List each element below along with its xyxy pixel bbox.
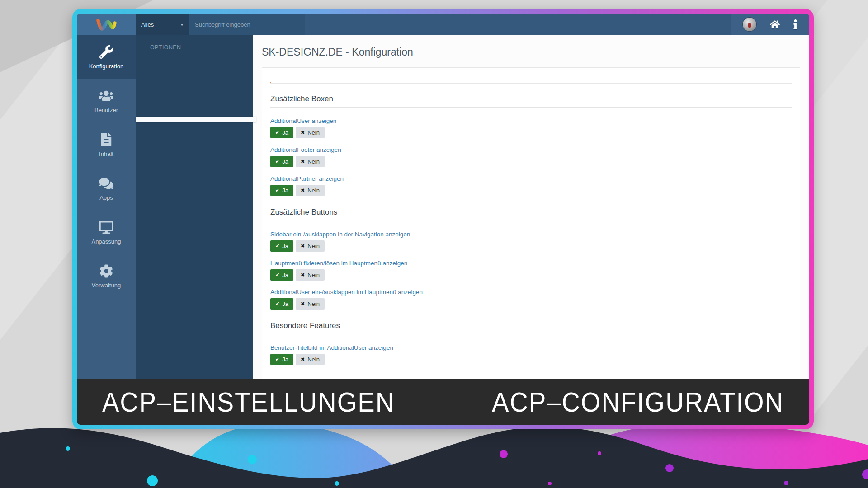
home-icon[interactable]: [770, 20, 780, 29]
option-label-link[interactable]: AdditionalUser ein-/ausklappen im Hauptm…: [270, 289, 423, 296]
menu-item[interactable]: [136, 127, 253, 131]
option-label-link[interactable]: Benutzer-Titelbild im AdditionalUser anz…: [270, 344, 393, 351]
menu-item[interactable]: [136, 158, 253, 163]
yes-no-toggle: ✔ Ja ✖ Nein: [270, 354, 792, 365]
no-button[interactable]: ✖ Nein: [296, 240, 325, 252]
menu-item[interactable]: [136, 154, 253, 158]
menu-item[interactable]: [136, 145, 253, 149]
rail-item-label: Verwaltung: [92, 282, 121, 289]
menu-item[interactable]: [136, 62, 253, 67]
banner-text-left: ACP–EINSTELLUNGEN: [102, 386, 395, 418]
option-label-link[interactable]: Sidebar ein-/ausklappen in der Navigatio…: [270, 231, 410, 238]
rail-item[interactable]: Konfiguration: [77, 35, 136, 79]
yes-no-toggle: ✔ Ja ✖ Nein: [270, 156, 792, 167]
rail-item-label: Benutzer: [94, 107, 118, 113]
sidebar-rail: Konfiguration Benutzer Inhalt Ap: [77, 35, 136, 379]
config-option: Benutzer-Titelbild im AdditionalUser anz…: [270, 343, 792, 365]
no-button[interactable]: ✖ Nein: [296, 354, 325, 365]
config-section: Zusätzliche Buttons Sidebar ein-/ausklap…: [270, 203, 792, 310]
config-option: Hauptmenü fixieren/lösen im Hauptmenü an…: [270, 259, 792, 281]
tab[interactable]: [334, 74, 335, 83]
yes-no-toggle: ✔ Ja ✖ Nein: [270, 240, 792, 252]
rail-item[interactable]: Anpassung: [77, 211, 136, 254]
user-avatar[interactable]: [743, 18, 756, 31]
tab[interactable]: [270, 74, 271, 83]
yes-button[interactable]: ✔ Ja: [270, 269, 293, 281]
yes-button[interactable]: ✔ Ja: [270, 298, 293, 310]
topbar-spacer: [305, 14, 731, 35]
yes-button[interactable]: ✔ Ja: [270, 354, 293, 365]
menu-item[interactable]: [136, 67, 253, 71]
menu-item[interactable]: [136, 53, 253, 58]
check-icon: ✔: [275, 159, 279, 164]
no-button-label: Nein: [307, 356, 320, 363]
option-label-link[interactable]: AdditionalFooter anzeigen: [270, 146, 341, 153]
menu-item[interactable]: [136, 140, 253, 145]
no-button[interactable]: ✖ Nein: [296, 156, 325, 167]
no-button[interactable]: ✖ Nein: [296, 269, 325, 281]
option-label-link[interactable]: Hauptmenü fixieren/lösen im Hauptmenü an…: [270, 260, 407, 267]
rail-item-label: Konfiguration: [89, 63, 124, 70]
rail-item[interactable]: Benutzer: [77, 79, 136, 123]
option-label-link[interactable]: AdditionalUser anzeigen: [270, 117, 336, 124]
section-heading: Besondere Features: [270, 317, 792, 334]
menu-item[interactable]: [136, 76, 253, 80]
cross-icon: ✖: [301, 301, 305, 307]
menu-item[interactable]: [136, 94, 253, 99]
menu-item[interactable]: [136, 85, 253, 89]
search-scope-value: Alles: [141, 21, 154, 28]
menu-item[interactable]: [136, 99, 253, 103]
menu-item[interactable]: [136, 58, 253, 62]
no-button-label: Nein: [307, 243, 320, 249]
rail-item[interactable]: Apps: [77, 167, 136, 211]
menu-item[interactable]: [136, 117, 256, 122]
menu-item[interactable]: [136, 122, 253, 127]
menu-item[interactable]: [136, 112, 253, 117]
search-scope-dropdown[interactable]: Alles ▾: [136, 14, 189, 35]
menu-item[interactable]: [136, 80, 253, 85]
yes-button[interactable]: ✔ Ja: [270, 127, 293, 138]
gradient-frame: Alles ▾: [72, 9, 814, 429]
yes-button-label: Ja: [282, 129, 288, 136]
config-option: AdditionalPartner anzeigen ✔ Ja: [270, 174, 792, 196]
tab[interactable]: [346, 74, 347, 83]
menu-item[interactable]: [136, 108, 253, 112]
info-icon[interactable]: [793, 19, 797, 29]
yes-button[interactable]: ✔ Ja: [270, 185, 293, 196]
woltlab-logo[interactable]: [77, 14, 136, 35]
yes-button[interactable]: ✔ Ja: [270, 240, 293, 252]
config-section: Besondere Features Benutzer-Titelbild im…: [270, 317, 792, 365]
no-button-label: Nein: [307, 300, 320, 307]
tab[interactable]: [296, 74, 297, 83]
cross-icon: ✖: [301, 159, 305, 164]
tab[interactable]: [283, 74, 284, 83]
menu-item[interactable]: [136, 71, 253, 76]
rail-item[interactable]: Verwaltung: [77, 254, 136, 298]
no-button-label: Nein: [307, 272, 320, 278]
config-option: AdditionalFooter anzeigen ✔ Ja: [270, 145, 792, 167]
section-heading: Zusätzliche Boxen: [270, 90, 792, 108]
menu-item[interactable]: [136, 167, 253, 172]
gear-icon: [99, 264, 113, 278]
menu-item[interactable]: [136, 149, 253, 154]
menu-item[interactable]: [136, 103, 253, 108]
menu-item[interactable]: [136, 131, 253, 136]
menu-item[interactable]: [136, 136, 253, 140]
menu-item[interactable]: [136, 172, 253, 176]
no-button[interactable]: ✖ Nein: [296, 127, 325, 138]
option-label-link[interactable]: AdditionalPartner anzeigen: [270, 175, 344, 182]
no-button[interactable]: ✖ Nein: [296, 185, 325, 196]
menu-item[interactable]: [136, 163, 253, 167]
cross-icon: ✖: [301, 357, 305, 362]
rail-item[interactable]: Inhalt: [77, 123, 136, 167]
yes-no-toggle: ✔ Ja ✖ Nein: [270, 298, 792, 310]
document-icon: [99, 133, 113, 146]
tab[interactable]: [321, 74, 322, 83]
yes-button[interactable]: ✔ Ja: [270, 156, 293, 167]
search-input[interactable]: [189, 21, 305, 28]
tab[interactable]: [308, 74, 309, 83]
cross-icon: ✖: [301, 130, 305, 136]
content-area: SK-DESIGNZ.DE - Konfiguration: [253, 35, 809, 379]
menu-item[interactable]: [136, 89, 253, 94]
no-button[interactable]: ✖ Nein: [296, 298, 325, 310]
